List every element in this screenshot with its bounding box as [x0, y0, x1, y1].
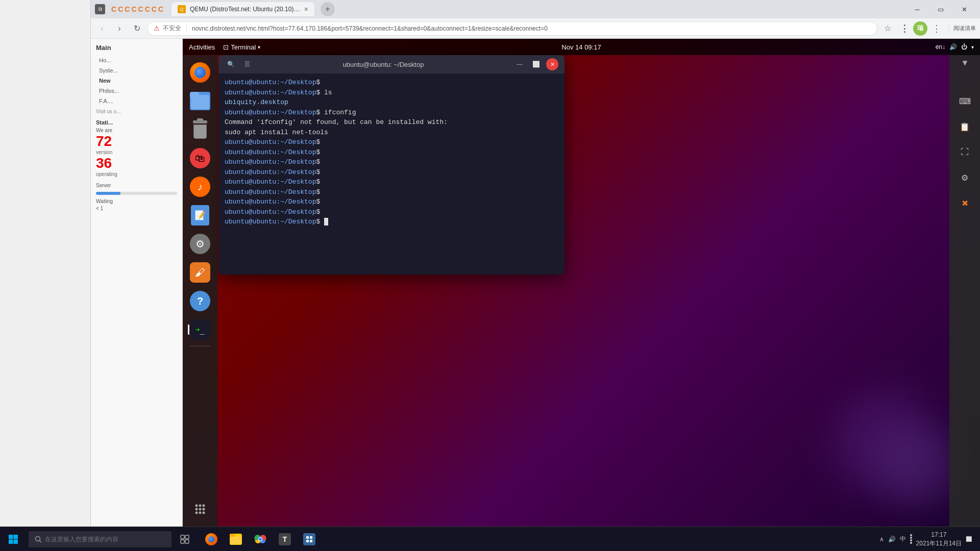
vnc-keyboard-btn[interactable]: ⌨ [952, 89, 977, 113]
tray-overflow[interactable]: ∧ [879, 536, 884, 543]
tray-overflow-icon: ∧ [879, 536, 884, 543]
server-label: Server [96, 181, 177, 190]
new-tab-button[interactable]: + [321, 2, 335, 16]
taskbar-chrome[interactable] [249, 528, 272, 550]
start-button[interactable] [0, 527, 27, 552]
activities-button[interactable]: Activities [189, 43, 215, 51]
terminal-line-3: ubiquity.desktop [225, 97, 558, 108]
reload-button[interactable]: ↻ [130, 21, 144, 36]
vnc-fullscreen-btn[interactable]: ⛶ [952, 140, 977, 164]
stats-section: Stati... We are 72 version 36 operating [96, 119, 177, 177]
maximize-button[interactable]: ▭ [929, 0, 952, 18]
chrome-icon [254, 533, 266, 545]
svg-rect-28 [185, 540, 189, 543]
close-button[interactable]: ✕ [952, 0, 976, 18]
firefox-icon [205, 533, 217, 545]
terminal-line-12: ubuntu@ubuntu:~/Desktop$ [225, 187, 558, 197]
terminal-search-btn[interactable]: 🔍 [225, 58, 237, 70]
taskbar-app-5[interactable] [298, 528, 321, 550]
back-button[interactable]: ‹ [95, 21, 109, 36]
toolbar-right: ☆ ⋮ 瑞 ⋮ [880, 21, 944, 36]
terminal-line-1: ubuntu@ubuntu:~/Desktop$ [225, 78, 558, 88]
dock-paint[interactable]: 🖌 [187, 259, 213, 286]
vnc-disconnect-btn[interactable]: ✖ [952, 191, 977, 215]
chrome-titlebar: ⧉ C C C C C C C C Q QEMU (DistroTest.net… [91, 0, 980, 18]
taskbar-typora[interactable]: T [274, 528, 296, 550]
app-menu[interactable]: ⊡ Terminal ▾ [223, 43, 260, 51]
terminal-titlebar: 🔍 ☰ ubuntu@ubuntu: ~/Desktop — ⬜ ✕ [218, 55, 565, 73]
dock-trash[interactable] [187, 116, 213, 143]
visit-text: Visit us o... [96, 109, 177, 114]
terminal-line-7: ubuntu@ubuntu:~/Desktop$ [225, 137, 558, 147]
svg-rect-27 [181, 540, 184, 543]
power-icon[interactable]: ⏻ [961, 43, 967, 51]
tray-lang[interactable]: en↓ [936, 43, 945, 51]
dock-rhythmbox[interactable]: ♪ [187, 173, 213, 200]
nav-system[interactable]: Syste... [96, 66, 177, 75]
dock-ubuntu-software[interactable]: 🛍 [187, 145, 213, 171]
ime-indicator[interactable]: 中 [900, 535, 906, 543]
svg-point-23 [36, 536, 40, 541]
dock-help[interactable]: ? [187, 288, 213, 314]
reading-list-button[interactable]: 阅读清单 [953, 24, 976, 32]
dock-text-editor[interactable]: 📝 [187, 202, 213, 229]
terminal-menu-btn[interactable]: ☰ [241, 58, 253, 70]
chrome-menu-button[interactable]: ⋮ [929, 21, 944, 36]
volume-icon[interactable]: 🔊 [949, 43, 957, 51]
security-warning-text: 不安全 [163, 24, 181, 33]
nav-philos[interactable]: Philos... [96, 86, 177, 95]
forward-button[interactable]: › [112, 21, 127, 36]
nav-new[interactable]: New [96, 76, 177, 85]
network-icon[interactable] [910, 534, 912, 544]
tray-arrow[interactable]: ▾ [971, 44, 974, 50]
address-bar[interactable]: ⚠ 不安全 novnc.distrotest.net/vnc.html?host… [147, 21, 877, 36]
terminal-content[interactable]: ubuntu@ubuntu:~/Desktop$ ubuntu@ubuntu:~… [218, 73, 565, 274]
nav-faq[interactable]: F.A.... [96, 96, 177, 106]
tab-close-button[interactable]: × [304, 5, 308, 13]
taskbar-firefox[interactable] [200, 528, 223, 550]
taskbar-search[interactable] [29, 531, 172, 547]
website-logo: Main [96, 44, 177, 52]
active-tab[interactable]: Q QEMU (DistroTest.net: Ubuntu (20.10)) … [172, 2, 314, 16]
dock-files[interactable] [187, 88, 213, 114]
minimize-button[interactable]: ─ [905, 0, 929, 18]
task-view-button[interactable] [174, 528, 196, 550]
dock-app-grid-button[interactable] [187, 496, 213, 522]
svg-rect-32 [306, 536, 309, 539]
taskbar-file-explorer[interactable] [225, 528, 247, 550]
terminal-maximize-btn[interactable]: ⬜ [530, 58, 542, 70]
dock-settings[interactable]: ⚙ [187, 231, 213, 257]
chrome-restore-btn[interactable]: ⧉ [95, 4, 105, 14]
system-clock[interactable]: 17:17 2021年11月14日 [916, 531, 962, 548]
svg-rect-19 [9, 535, 13, 539]
vnc-clipboard-btn[interactable]: 📋 [952, 114, 977, 139]
windows-system-tray: ∧ 🔊 中 17:17 2021年11月14日 ⬜ [879, 531, 980, 548]
vnc-side-panel: ◄ ⌨ 📋 ⛶ ⚙ ✖ [949, 39, 980, 527]
taskbar-search-input[interactable] [45, 536, 165, 543]
svg-point-6 [195, 512, 198, 514]
nav-home[interactable]: Ho... [96, 56, 177, 65]
window-controls: ─ ▭ ✕ [905, 0, 976, 18]
dock-firefox[interactable] [187, 59, 213, 86]
speaker-icon[interactable]: 🔊 [888, 536, 896, 543]
dock-terminal[interactable]: ➜_ [187, 316, 213, 343]
terminal-line-8: ubuntu@ubuntu:~/Desktop$ [225, 147, 558, 158]
terminal-line-2: ubuntu@ubuntu:~/Desktop$ ls [225, 88, 558, 98]
terminal-minimize-btn[interactable]: — [513, 58, 526, 70]
svg-rect-34 [306, 540, 309, 542]
vnc-area[interactable]: Activities ⊡ Terminal ▾ Nov 14 09:17 en↓… [183, 39, 980, 527]
gnome-clock[interactable]: Nov 14 09:17 [561, 43, 601, 51]
extensions-button[interactable]: ⋮ [897, 21, 911, 36]
vnc-collapse-handle[interactable]: ◄ [944, 58, 980, 68]
chrome-toolbar: ‹ › ↻ ⚠ 不安全 novnc.distrotest.net/vnc.htm… [91, 18, 980, 39]
svg-point-7 [199, 512, 202, 514]
svg-point-8 [203, 512, 205, 514]
action-center-button[interactable]: ⬜ [966, 536, 972, 542]
svg-line-24 [40, 540, 42, 542]
tray-icons-group[interactable]: 🔊 中 [888, 534, 912, 544]
bookmark-button[interactable]: ☆ [880, 21, 895, 36]
terminal-close-btn[interactable]: ✕ [546, 58, 558, 70]
profile-button[interactable]: 瑞 [913, 21, 927, 36]
stats-desc: We are [96, 128, 177, 133]
vnc-settings-btn[interactable]: ⚙ [952, 165, 977, 190]
